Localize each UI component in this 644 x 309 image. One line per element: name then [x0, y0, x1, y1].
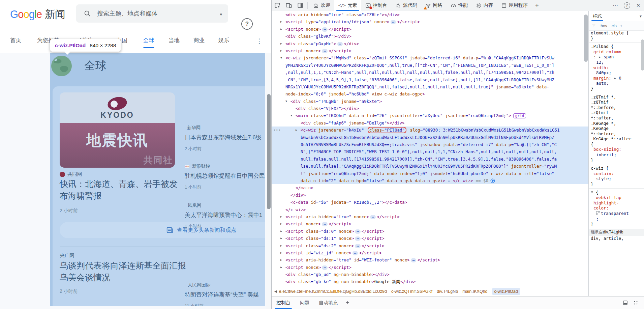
devtools-tab-network[interactable]: 网络 [421, 0, 447, 11]
code-line[interactable]: ▼<c-wiz jsrenderer="fWqNsd" class="zQTmi… [272, 54, 588, 61]
search-dropdown-icon[interactable]: ▾ [220, 12, 222, 17]
hover-state-toggle[interactable]: :hov [600, 24, 607, 28]
expand-inline-button[interactable]: ⋯ [322, 222, 328, 226]
code-line[interactable]: bGwsbnVsbCxudWxsLG51bGwsbnVsbCxudWxsLFtu… [272, 134, 588, 141]
css-rule-line[interactable]: contain: [589, 171, 644, 176]
line-overflow-dots[interactable]: ••• [273, 127, 281, 134]
side-source[interactable]: 人民网国际 [188, 282, 211, 288]
nav-tab-5[interactable]: 全球 [143, 37, 154, 49]
code-line[interactable]: ▶<script nonce>⋯</script> [272, 220, 588, 227]
breadcrumb-item[interactable]: e.eCItwe.cteFme.hZmmCc.EIlDfe.cjGgHb.d8E… [279, 289, 387, 294]
css-rule-line[interactable]: .zQTmif [589, 100, 644, 105]
help-icon[interactable]: ? [241, 18, 253, 30]
nav-more-icon[interactable]: ⋮ [256, 37, 263, 49]
expand-inline-button[interactable]: ⋯ [322, 265, 328, 270]
code-line[interactable]: l" jsaction="rcuQ6b:npT2md;" data-node-i… [272, 170, 588, 177]
css-rule-line[interactable]: -webkit-tap- [589, 195, 644, 200]
second-source[interactable]: 央广网 [60, 252, 74, 259]
side-headline[interactable]: 特朗普对泽连斯基“失望” 美媒 [185, 291, 259, 299]
expand-arrow-icon[interactable]: ▶ [280, 235, 282, 242]
css-rule-line[interactable]: margin: ▸ 0 [589, 76, 644, 81]
css-rule-line[interactable]: .KeGAqe *, [589, 121, 644, 126]
css-rule-line[interactable]: } [589, 36, 644, 41]
css-rule-line[interactable]: .PIlOad { [589, 42, 644, 49]
side-headline[interactable]: 日本青森县东部海域发生7.6级 [185, 134, 262, 141]
devtools-tab-console[interactable]: 控制台 [361, 0, 391, 11]
css-rule-line[interactable]: highlight- [589, 200, 644, 206]
nav-tab-7[interactable]: 商业 [193, 37, 205, 49]
search-input[interactable] [96, 10, 209, 18]
code-line[interactable]: <div class="fuAp6" jsname="BeIlge"></div… [272, 119, 588, 127]
code-line[interactable]: <div class="gb_ud" ng-non-bindable></div… [272, 271, 588, 278]
expand-arrow-icon[interactable]: ▶ [280, 249, 282, 256]
drawer-tab-3[interactable]: 自动填充 [314, 297, 342, 309]
css-rule-line[interactable]: *::before, [589, 105, 644, 110]
code-line[interactable]: ▼<div class="T4LgNb" jsname="a9kxte"> [272, 98, 588, 105]
code-line[interactable]: ▶<script class="ds:0" nonce>⋯</script> [272, 228, 588, 235]
expand-arrow-icon[interactable]: ▶ [280, 40, 282, 47]
code-line[interactable]: N",["FINANCE_TOP_INDICES","WEB_TEST_1_0_… [272, 148, 588, 155]
code-line[interactable]: <div class="VjFXz"></div> [272, 105, 588, 112]
expand-inline-button[interactable]: ⋯ [322, 49, 328, 53]
expand-arrow-icon[interactable]: ▶ [280, 213, 282, 220]
inspect-element-icon[interactable] [272, 0, 283, 11]
styles-scrollbar-thumb[interactable] [641, 39, 644, 71]
css-rule-line[interactable]: .zQTmif [589, 110, 644, 115]
nav-tab-1[interactable]: 首页 [10, 37, 21, 49]
expand-arrow-icon[interactable]: ▶ [280, 18, 282, 25]
css-rule-line[interactable]: div, article, [589, 236, 644, 241]
expand-arrow-icon[interactable]: ▶ [280, 220, 282, 227]
code-line[interactable]: <div class="glbvKf"></div> [272, 33, 588, 40]
code-line[interactable]: 0c5TVZVNVBSMmRLUkZScFowRlFBUSJdXQ==;trac… [272, 141, 588, 148]
code-line[interactable]: yMHZNRGx1YlY4U0JYcG9MVU5PR2dKRFRpZ0FQQQ"… [272, 62, 588, 69]
code-line[interactable]: ▶•••<c-wiz jsrenderer="k4xIu" class="PIl… [272, 127, 588, 134]
lead-headline[interactable]: 快讯：北海道、青森、岩手被发布海啸警报 [60, 178, 180, 202]
code-line[interactable]: </main> [272, 184, 588, 191]
expand-inline-button[interactable]: ⋯ [355, 244, 361, 248]
css-rule-line[interactable]: transparent [589, 211, 644, 216]
devtools-tab-application[interactable]: 应用程序 [497, 0, 532, 11]
css-rule-line[interactable]: ; [589, 216, 644, 222]
dock-bottom-icon[interactable] [622, 300, 628, 306]
css-rule-line[interactable]: box-sizing: [589, 147, 644, 152]
elements-scrollbar[interactable] [584, 12, 588, 284]
css-rule-line[interactable]: } [589, 221, 644, 227]
code-line[interactable]: ,null,null,1,1,"CN:zh-Hans",null,null,nu… [272, 69, 588, 76]
expand-inline-button[interactable]: ⋯ [337, 42, 343, 46]
expand-arrow-icon[interactable]: ▶ [280, 26, 282, 33]
google-news-logo[interactable]: Google新闻 [10, 7, 65, 22]
expand-arrow-icon[interactable]: ▶ [280, 47, 282, 54]
css-rule-line[interactable]: inherit; [589, 152, 644, 158]
css-rule-line[interactable]: .zQTmif *, [589, 93, 644, 100]
drawer-tab-1[interactable]: 控制台 [272, 297, 295, 309]
code-line[interactable]: ▶<script aria-hidden="true" id="WIZ-foot… [272, 256, 588, 263]
device-toolbar-icon[interactable] [283, 0, 295, 11]
side-source[interactable]: 新华网 [187, 125, 201, 131]
code-line[interactable]: ▶<script class="ds:2" nonce>⋯</script> [272, 242, 588, 249]
css-rule-line[interactable]: c-wiz { [589, 164, 644, 171]
devtools-help-icon[interactable]: ? [621, 2, 633, 9]
css-rule-line[interactable]: style; [589, 176, 644, 181]
filter-icon[interactable] [591, 24, 596, 28]
css-rule-line[interactable]: grid-column [589, 49, 644, 55]
css-rule-line[interactable]: : ▸ span [589, 54, 644, 60]
code-line[interactable]: data-n-tid="2" data-n-hpd="false" data-n… [272, 177, 588, 184]
side-source[interactable]: 凤凰网 [188, 202, 202, 208]
breadcrumb-item[interactable]: main.IKXQhd [462, 289, 487, 294]
expand-arrow-icon[interactable]: ▶ [296, 127, 297, 134]
breadcrumb-scroll-left-icon[interactable]: ◀ [272, 289, 279, 293]
new-rule-button[interactable]: + [620, 24, 622, 28]
expand-inline-button[interactable]: ⋯ [370, 215, 376, 219]
code-line[interactable]: </c-wiz> [272, 206, 588, 213]
code-line[interactable]: lse,null,false],"CAAqKggKIiRDQkFTRlFvSUw… [272, 163, 588, 170]
side-source[interactable]: 新浪财经 [192, 163, 210, 169]
more-tabs-button[interactable]: + [532, 0, 542, 11]
css-rule-line[interactable]: 840px; [589, 70, 644, 76]
breadcrumb-item[interactable]: c-wiz.zQTmif.SSPGKf [391, 289, 432, 294]
code-line[interactable]: null,false,null,null,[1741598561,9942170… [272, 156, 588, 163]
code-line[interactable]: ▼<main class="IKXQhd" data-n-tid="26" js… [272, 112, 588, 119]
inherited-from-label[interactable]: 继承自div.T4LgNb [589, 229, 644, 236]
code-line[interactable]: ▶<script class="ds:1" nonce>⋯</script> [272, 235, 588, 242]
grid-badge[interactable]: grid [513, 113, 526, 118]
code-line[interactable]: ▶<script nonce>⋯</script> [272, 47, 588, 54]
